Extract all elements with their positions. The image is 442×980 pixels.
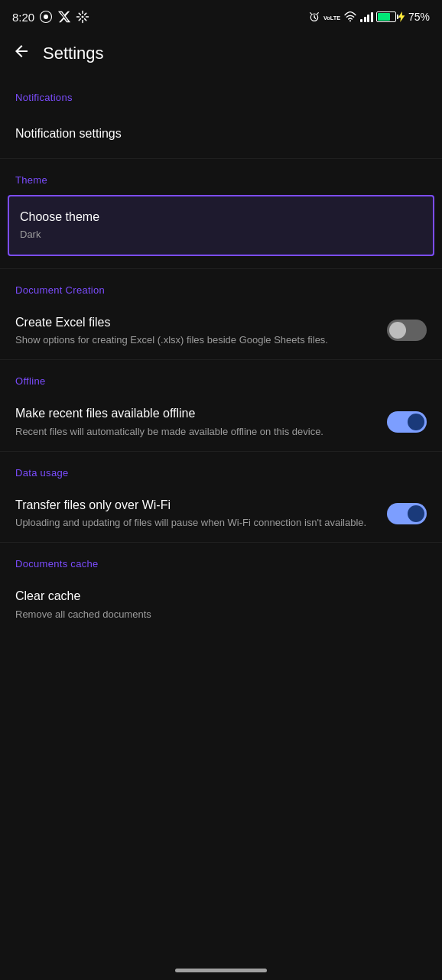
svg-point-4 <box>349 20 351 21</box>
notification-settings-title: Notification settings <box>15 125 418 142</box>
svg-text:VoLTE: VoLTE <box>323 15 340 21</box>
create-excel-toggle[interactable] <box>387 320 427 341</box>
battery-indicator <box>376 11 405 22</box>
time-display: 8:20 <box>12 11 34 24</box>
page-title: Settings <box>43 44 104 63</box>
google-icon <box>39 10 53 24</box>
back-button[interactable] <box>12 42 31 65</box>
app-bar: Settings <box>0 31 442 76</box>
wifi-only-toggle[interactable] <box>387 503 427 524</box>
section-data-usage-header: Data usage <box>0 452 442 485</box>
status-bar: 8:20 VoLTE <box>0 0 442 31</box>
svg-point-1 <box>82 16 84 18</box>
choose-theme-title: Choose theme <box>20 209 422 226</box>
make-offline-toggle-thumb <box>408 414 424 430</box>
wifi-only-subtitle: Uploading and updating of files will pau… <box>15 516 378 530</box>
create-excel-title: Create Excel files <box>15 314 378 331</box>
make-offline-toggle[interactable] <box>387 411 427 433</box>
create-excel-subtitle: Show options for creating Excel (.xlsx) … <box>15 333 378 347</box>
wifi-icon <box>343 11 357 23</box>
settings-content: Notifications Notification settings Them… <box>0 76 442 664</box>
choose-theme-subtitle: Dark <box>20 228 422 242</box>
make-offline-subtitle: Recent files will automatically be made … <box>15 425 378 439</box>
clear-cache-item[interactable]: Clear cache Remove all cached documents <box>0 576 442 634</box>
wifi-only-title: Transfer files only over Wi-Fi <box>15 497 378 514</box>
notification-settings-item[interactable]: Notification settings <box>0 109 442 158</box>
make-offline-item[interactable]: Make recent files available offline Rece… <box>0 393 442 451</box>
alarm-icon <box>308 11 320 23</box>
x-icon <box>57 10 71 24</box>
clear-cache-title: Clear cache <box>15 588 418 605</box>
clear-cache-subtitle: Remove all cached documents <box>15 608 418 621</box>
section-docs-cache-header: Documents cache <box>0 543 442 576</box>
status-left: 8:20 <box>12 10 89 24</box>
battery-percent: 75% <box>408 11 430 23</box>
choose-theme-item[interactable]: Choose theme Dark <box>8 195 434 256</box>
charging-icon <box>398 11 405 22</box>
wifi-only-item[interactable]: Transfer files only over Wi-Fi Uploading… <box>0 485 442 543</box>
status-right: VoLTE 75% <box>308 11 430 23</box>
star-icon <box>76 10 89 24</box>
wifi-only-toggle-thumb <box>408 505 424 522</box>
home-indicator <box>175 969 267 972</box>
signal-bars <box>360 11 373 22</box>
section-document-creation-header: Document Creation <box>0 269 442 302</box>
section-offline-header: Offline <box>0 360 442 393</box>
create-excel-files-item[interactable]: Create Excel files Show options for crea… <box>0 302 442 360</box>
section-notifications-header: Notifications <box>0 76 442 109</box>
volte-icon: VoLTE <box>323 11 340 23</box>
section-theme-header: Theme <box>0 159 442 192</box>
make-offline-title: Make recent files available offline <box>15 405 378 422</box>
